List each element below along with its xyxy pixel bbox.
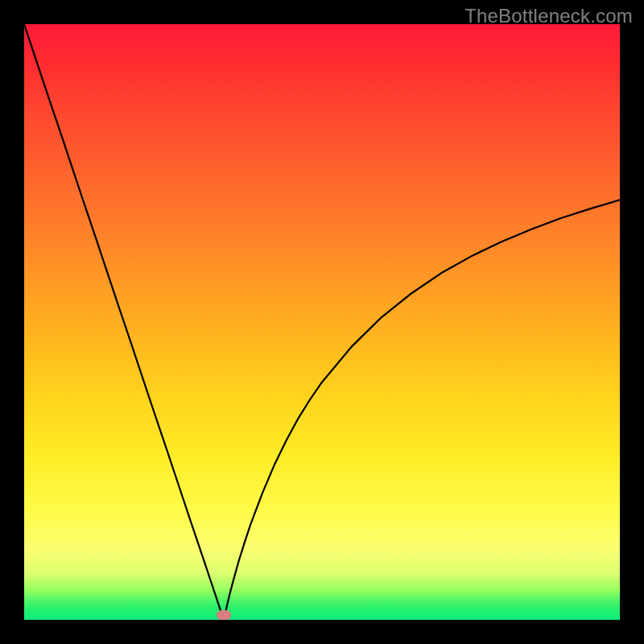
optimal-point-marker xyxy=(217,610,231,620)
attribution-watermark: TheBottleneck.com xyxy=(464,5,633,27)
bottleneck-curve xyxy=(24,24,620,620)
chart-frame: TheBottleneck.com xyxy=(0,0,644,644)
